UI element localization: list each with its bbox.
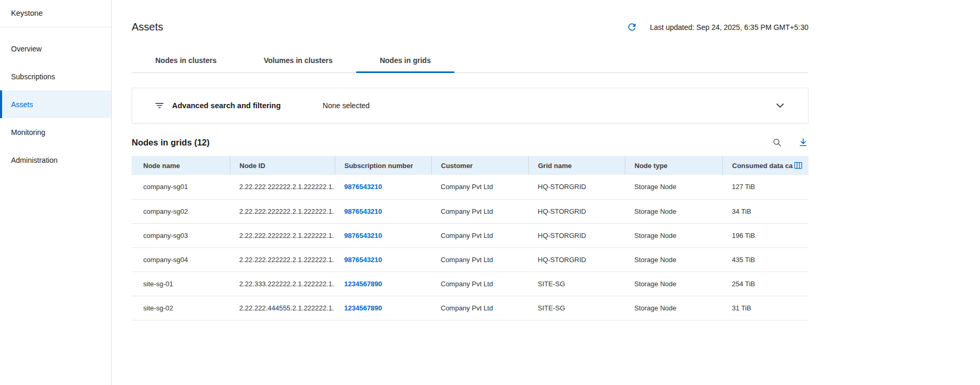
subscription-link[interactable]: 1234567890	[344, 280, 382, 288]
cell-node-name: company-sg03	[132, 223, 230, 247]
filter-icon	[154, 100, 165, 111]
column-header-subscription-number: Subscription number	[335, 156, 431, 175]
cell-consumed-capacity: 435 TiB	[722, 247, 808, 272]
cell-grid-name: SITE-SG	[528, 296, 625, 320]
cell-grid-name: HQ-STORGRID	[528, 223, 625, 247]
advanced-search-label: Advanced search and filtering	[172, 101, 281, 110]
cell-node-id: 2.22.222.444555.2.1.222222.1.1.1.1	[230, 296, 335, 320]
cell-grid-name: HQ-STORGRID	[528, 247, 625, 272]
sidebar: Keystone Overview Subscriptions Assets M…	[0, 0, 112, 385]
subscription-link[interactable]: 9876543210	[344, 183, 382, 191]
page-title: Assets	[132, 21, 163, 33]
cell-node-id: 2.22.222.222222.2.1.222222.1.1.1.3	[230, 223, 335, 247]
page-header: Assets Last updated: Sep 24, 2025, 6:35 …	[132, 21, 808, 33]
table-toolbar: Nodes in grids (12)	[132, 137, 808, 148]
table-header: Node name Node ID Subscription number Cu…	[132, 156, 808, 175]
table-row-company-sg03: company-sg03 2.22.222.222222.2.1.222222.…	[132, 223, 808, 247]
cell-node-id: 2.22.222.222222.2.1.222222.1.1.1.2	[230, 199, 335, 223]
last-updated-area: Last updated: Sep 24, 2025, 6:35 PM GMT+…	[626, 22, 808, 33]
cell-node-name: company-sg04	[132, 247, 230, 272]
column-header-consumed-data: Consumed data ca	[722, 156, 808, 175]
cell-node-name: company-sg01	[132, 175, 230, 199]
cell-customer: Company Pvt Ltd	[431, 272, 528, 296]
filter-selection-text: None selected	[323, 101, 370, 110]
cell-node-id: 2.22.333.222222.2.1.222222.1.1.1.1	[230, 272, 335, 296]
sidebar-item-assets[interactable]: Assets	[0, 90, 111, 118]
app-title: Keystone	[0, 9, 111, 27]
column-header-customer: Customer	[431, 156, 528, 175]
cell-node-name: site-sg-01	[132, 272, 230, 296]
cell-node-name: site-sg-02	[132, 296, 230, 320]
download-icon[interactable]	[798, 137, 808, 148]
refresh-icon[interactable]	[626, 22, 637, 33]
table-row-site-sg-02: site-sg-02 2.22.222.444555.2.1.222222.1.…	[132, 296, 808, 320]
cell-node-type: Storage Node	[625, 223, 722, 247]
cell-node-type: Storage Node	[625, 199, 722, 223]
cell-customer: Company Pvt Ltd	[431, 175, 528, 199]
sidebar-item-subscriptions[interactable]: Subscriptions	[0, 63, 111, 90]
sidebar-item-administration[interactable]: Administration	[0, 146, 111, 174]
subscription-link[interactable]: 9876543210	[344, 232, 382, 240]
table-row-site-sg-01: site-sg-01 2.22.333.222222.2.1.222222.1.…	[132, 272, 808, 296]
tab-nodes-in-clusters[interactable]: Nodes in clusters	[132, 53, 240, 72]
cell-customer: Company Pvt Ltd	[431, 296, 528, 320]
sidebar-nav: Overview Subscriptions Assets Monitoring…	[0, 35, 111, 174]
cell-node-id: 2.22.222.222222.2.1.222222.1.1.1.4	[230, 247, 335, 272]
cell-node-id: 2.22.222.222222.2.1.222222.1.1.1.1	[230, 175, 335, 199]
cell-subscription-number: 9876543210	[335, 175, 431, 199]
cell-grid-name: HQ-STORGRID	[528, 175, 625, 199]
nodes-in-grids-table: Node name Node ID Subscription number Cu…	[132, 156, 808, 320]
cell-consumed-capacity: 127 TiB	[722, 175, 808, 199]
subscription-link[interactable]: 9876543210	[344, 207, 382, 215]
cell-node-name: company-sg02	[132, 199, 230, 223]
cell-grid-name: SITE-SG	[528, 272, 625, 296]
main-content: Assets Last updated: Sep 24, 2025, 6:35 …	[112, 0, 980, 385]
cell-consumed-capacity: 34 TiB	[722, 199, 808, 223]
cell-subscription-number: 1234567890	[335, 272, 431, 296]
table-row-company-sg02: company-sg02 2.22.222.222222.2.1.222222.…	[132, 199, 808, 223]
columns-icon[interactable]	[793, 161, 803, 171]
table-row-company-sg04: company-sg04 2.22.222.222222.2.1.222222.…	[132, 247, 808, 272]
cell-node-type: Storage Node	[625, 272, 722, 296]
cell-subscription-number: 9876543210	[335, 247, 431, 272]
search-icon[interactable]	[772, 138, 782, 148]
sidebar-item-monitoring[interactable]: Monitoring	[0, 118, 111, 146]
cell-consumed-capacity: 31 TiB	[722, 296, 808, 320]
column-header-node-id: Node ID	[230, 156, 335, 175]
table-row-company-sg01: company-sg01 2.22.222.222222.2.1.222222.…	[132, 175, 808, 199]
sidebar-divider	[0, 27, 111, 27]
column-header-grid-name: Grid name	[528, 156, 625, 175]
cell-grid-name: HQ-STORGRID	[528, 199, 625, 223]
cell-node-type: Storage Node	[625, 247, 722, 272]
cell-subscription-number: 9876543210	[335, 199, 431, 223]
cell-node-type: Storage Node	[625, 296, 722, 320]
subscription-link[interactable]: 1234567890	[344, 304, 382, 312]
cell-subscription-number: 1234567890	[335, 296, 431, 320]
last-updated-text: Last updated: Sep 24, 2025, 6:35 PM GMT+…	[650, 23, 808, 32]
cell-customer: Company Pvt Ltd	[431, 247, 528, 272]
cell-node-type: Storage Node	[625, 175, 722, 199]
tab-volumes-in-clusters[interactable]: Volumes in clusters	[240, 53, 356, 72]
subscription-link[interactable]: 9876543210	[344, 256, 382, 264]
cell-customer: Company Pvt Ltd	[431, 199, 528, 223]
column-header-node-name: Node name	[132, 156, 230, 175]
cell-subscription-number: 9876543210	[335, 223, 431, 247]
table-title: Nodes in grids (12)	[132, 138, 210, 148]
cell-consumed-capacity: 254 TiB	[722, 272, 808, 296]
tab-nodes-in-grids[interactable]: Nodes in grids	[356, 53, 454, 72]
cell-customer: Company Pvt Ltd	[431, 223, 528, 247]
sidebar-item-overview[interactable]: Overview	[0, 35, 111, 63]
table-body: company-sg01 2.22.222.222222.2.1.222222.…	[132, 175, 808, 320]
chevron-down-icon[interactable]	[774, 99, 786, 112]
advanced-search-panel[interactable]: Advanced search and filtering None selec…	[132, 88, 808, 123]
app-root: Keystone Overview Subscriptions Assets M…	[0, 0, 980, 385]
column-header-node-type: Node type	[625, 156, 722, 175]
cell-consumed-capacity: 196 TiB	[722, 223, 808, 247]
table-actions	[772, 137, 808, 148]
tab-bar: Nodes in clusters Volumes in clusters No…	[132, 53, 808, 73]
